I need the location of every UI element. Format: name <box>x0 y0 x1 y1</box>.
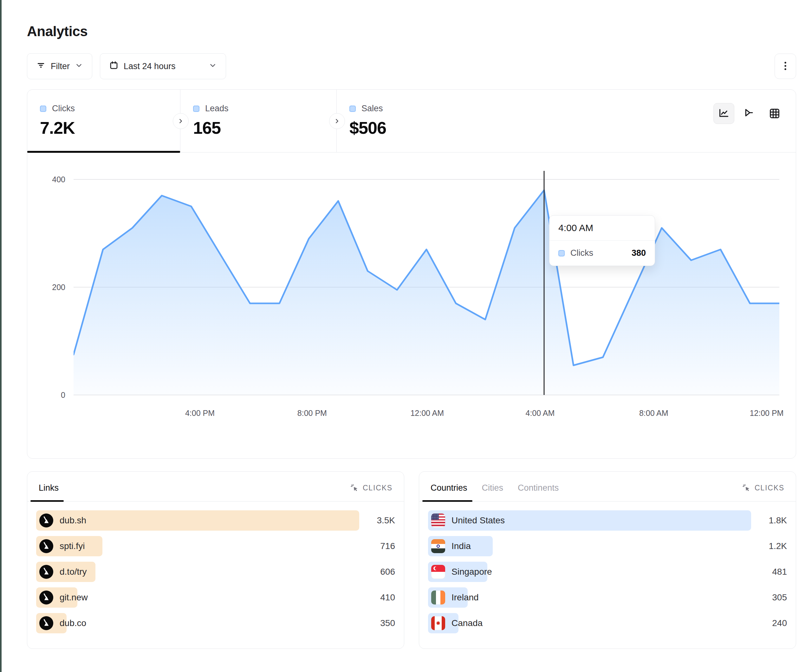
country-row[interactable]: United States1.8K <box>428 510 787 530</box>
link-row[interactable]: dub.co350 <box>36 613 395 633</box>
expand-clicks-button[interactable] <box>173 113 189 129</box>
row-value: 410 <box>380 592 395 602</box>
chart-tooltip: 4:00 AM Clicks 380 <box>549 215 655 266</box>
cursor-click-icon <box>350 483 359 492</box>
tab-continents[interactable]: Continents <box>518 483 559 501</box>
row-value: 716 <box>380 541 395 551</box>
breakdown-cards: Links CLICKS dub.sh3.5Kspti.fyi716d.to/t… <box>27 471 796 649</box>
chevron-down-icon <box>209 61 217 72</box>
dub-logo-icon <box>39 513 53 527</box>
x-axis-tick: 8:00 AM <box>639 409 669 418</box>
row-content: India <box>428 539 471 553</box>
clicks-chart: 0200400 4:00 PM8:00 PM12:00 AM4:00 AM8:0… <box>27 152 796 425</box>
filter-button[interactable]: Filter <box>27 53 92 79</box>
geo-metric-label: CLICKS <box>755 484 785 492</box>
sales-tab-label: Sales <box>362 104 383 113</box>
links-metric[interactable]: CLICKS <box>350 483 392 501</box>
tab-countries[interactable]: Countries <box>431 483 467 501</box>
calendar-icon <box>109 61 119 72</box>
y-axis: 0200400 <box>27 168 73 425</box>
tooltip-time: 4:00 AM <box>549 215 655 240</box>
y-axis-tick: 400 <box>52 175 65 184</box>
clicks-value: 7.2K <box>40 118 180 138</box>
chart-plot-area[interactable]: 4:00 PM8:00 PM12:00 AM4:00 AM8:00 AM12:0… <box>73 168 780 425</box>
more-options-button[interactable] <box>774 54 796 79</box>
row-value: 3.5K <box>377 515 395 525</box>
analytics-card: Clicks 7.2K Leads 165 Sales $506 <box>27 89 796 459</box>
us-flag-icon <box>431 513 445 527</box>
chevron-right-icon <box>334 118 341 125</box>
row-content: spti.fyi <box>36 539 85 553</box>
row-label: Ireland <box>452 592 479 602</box>
country-row[interactable]: Canada240 <box>428 613 787 633</box>
tab-links[interactable]: Links <box>39 483 59 501</box>
page-title: Analytics <box>27 24 796 39</box>
row-value: 606 <box>380 567 395 577</box>
clicks-swatch-icon <box>40 106 46 112</box>
sales-swatch-icon <box>350 106 356 112</box>
dub-logo-icon <box>39 590 53 604</box>
date-range-button[interactable]: Last 24 hours <box>100 53 226 79</box>
in-flag-icon <box>431 539 445 553</box>
y-axis-tick: 0 <box>61 391 65 400</box>
tooltip-series-label: Clicks <box>570 248 593 258</box>
x-axis: 4:00 PM8:00 PM12:00 AM4:00 AM8:00 AM12:0… <box>73 400 780 425</box>
row-label: spti.fyi <box>60 541 85 551</box>
funnel-chart-icon <box>743 107 756 120</box>
clicks-tab-label: Clicks <box>52 104 75 113</box>
filter-icon <box>36 61 46 72</box>
y-axis-tick: 200 <box>52 283 65 292</box>
line-chart-toggle[interactable] <box>713 103 734 124</box>
row-content: dub.co <box>36 616 86 630</box>
kebab-menu-icon <box>781 61 790 72</box>
row-label: Singapore <box>452 567 492 577</box>
link-row[interactable]: spti.fyi716 <box>36 536 395 556</box>
chevron-right-icon <box>177 118 184 125</box>
table-view-toggle[interactable] <box>764 103 785 124</box>
row-content: Canada <box>428 616 483 630</box>
row-label: India <box>452 541 471 551</box>
row-content: d.to/try <box>36 565 87 579</box>
cursor-click-icon <box>742 483 751 492</box>
row-label: dub.sh <box>60 515 86 525</box>
row-label: d.to/try <box>60 567 87 577</box>
dub-logo-icon <box>39 565 53 579</box>
geo-metric[interactable]: CLICKS <box>742 483 785 501</box>
link-row[interactable]: git.new410 <box>36 587 395 608</box>
links-list: dub.sh3.5Kspti.fyi716d.to/try606git.new4… <box>27 501 404 633</box>
x-axis-tick: 8:00 PM <box>297 409 327 418</box>
tab-leads[interactable]: Leads 165 <box>181 90 337 152</box>
country-row[interactable]: Ireland305 <box>428 587 787 608</box>
expand-leads-button[interactable] <box>329 113 345 129</box>
sg-flag-icon <box>431 565 445 579</box>
countries-list: United States1.8KIndia1.2KSingapore481Ir… <box>419 501 796 633</box>
filter-button-label: Filter <box>51 61 70 71</box>
x-axis-tick: 4:00 AM <box>526 409 555 418</box>
left-edge-accent <box>0 0 2 672</box>
link-row[interactable]: dub.sh3.5K <box>36 510 395 530</box>
links-metric-label: CLICKS <box>363 484 392 492</box>
row-content: git.new <box>36 590 88 604</box>
stats-tabs-row: Clicks 7.2K Leads 165 Sales $506 <box>27 90 796 152</box>
tooltip-value: 380 <box>631 248 646 258</box>
country-row[interactable]: Singapore481 <box>428 562 787 582</box>
row-value: 305 <box>772 592 787 602</box>
line-chart-icon <box>718 107 730 120</box>
row-content: Ireland <box>428 590 479 604</box>
tab-cities[interactable]: Cities <box>482 483 503 501</box>
row-value: 240 <box>772 618 787 628</box>
x-axis-tick: 12:00 AM <box>410 409 444 418</box>
chevron-down-icon <box>75 61 83 72</box>
funnel-chart-toggle[interactable] <box>739 103 760 124</box>
country-row[interactable]: India1.2K <box>428 536 787 556</box>
row-label: United States <box>452 515 505 525</box>
row-label: git.new <box>60 592 88 602</box>
tab-sales[interactable]: Sales $506 <box>337 90 502 152</box>
dub-logo-icon <box>39 616 53 630</box>
grid-table-icon <box>768 107 781 120</box>
geo-card-header: CountriesCitiesContinents CLICKS <box>419 472 796 501</box>
tooltip-swatch-icon <box>558 250 565 256</box>
tab-clicks[interactable]: Clicks 7.2K <box>27 90 181 152</box>
row-label: dub.co <box>60 618 86 628</box>
link-row[interactable]: d.to/try606 <box>36 562 395 582</box>
